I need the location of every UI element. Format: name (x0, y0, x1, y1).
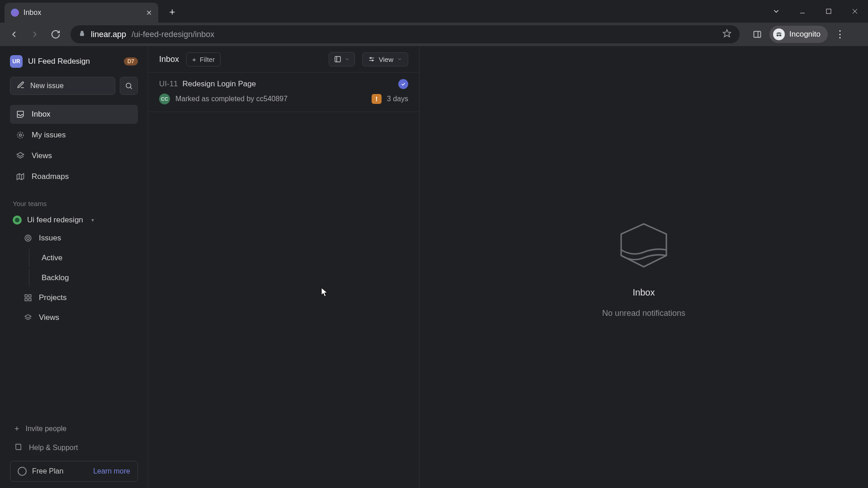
empty-title: Inbox (633, 287, 655, 298)
help-label: Help & Support (29, 444, 78, 452)
map-icon (15, 172, 25, 182)
sidebar-item-label: Roadmaps (32, 172, 69, 181)
notification-item[interactable]: UI-11 Redesign Login Page CC Marked as c… (148, 72, 419, 112)
inbox-list-panel: Inbox + Filter View UI-11 (148, 46, 420, 488)
priority-urgent-icon: ! (372, 94, 382, 104)
browser-tab[interactable]: Inbox ✕ (5, 3, 158, 23)
incognito-label: Incognito (789, 30, 821, 39)
svg-point-20 (27, 237, 29, 239)
user-avatar: CC (159, 94, 170, 104)
page-title: Inbox (159, 55, 179, 64)
tab-search-button[interactable] (763, 0, 789, 23)
view-options-button[interactable]: View (362, 52, 408, 66)
svg-line-12 (130, 87, 132, 89)
browser-menu-button[interactable]: ⋮ (831, 26, 849, 43)
browser-reload-button[interactable] (47, 26, 64, 43)
url-path: /ui-feed-redesign/inbox (132, 30, 214, 39)
team-nav-label: Backlog (42, 273, 69, 282)
plan-info: Free Plan Learn more (10, 461, 138, 482)
window-maximize-button[interactable] (816, 0, 842, 23)
sidebar-item-views[interactable]: Views (10, 146, 138, 165)
browser-omnibox[interactable]: linear.app/ui-feed-redesign/inbox (71, 25, 740, 43)
close-tab-icon[interactable]: ✕ (146, 9, 152, 17)
browser-tab-strip: Inbox ✕ + (0, 0, 868, 23)
svg-point-11 (126, 83, 131, 88)
team-nav-views[interactable]: Views (10, 309, 138, 327)
svg-point-18 (15, 218, 19, 222)
svg-rect-23 (25, 299, 27, 301)
help-support-button[interactable]: Help & Support (10, 439, 138, 456)
issue-id: UI-11 (159, 80, 178, 89)
svg-rect-6 (754, 31, 761, 37)
svg-point-19 (25, 235, 31, 241)
team-nav-label: Active (42, 253, 62, 263)
new-issue-button[interactable]: New issue (10, 77, 115, 95)
team-nav-label: Issues (39, 234, 61, 243)
team-nav-projects[interactable]: Projects (10, 289, 138, 307)
svg-rect-22 (29, 295, 31, 297)
notification-age: 3 days (387, 95, 408, 103)
sidebar: UR UI Feed Redesign D7 New issue (0, 46, 148, 488)
bookmark-star-icon[interactable] (722, 29, 731, 40)
side-panel-icon[interactable] (749, 26, 766, 43)
team-name: Ui feed redesign (27, 216, 83, 225)
chevron-down-icon (344, 56, 350, 62)
lock-icon (79, 30, 85, 39)
workspace-badge: UR (10, 55, 23, 68)
teams-section-label: Your teams (13, 200, 138, 207)
detail-panel: Inbox No unread notifications (420, 46, 868, 488)
target-icon (15, 130, 25, 140)
inbox-empty-icon (610, 216, 678, 277)
team-nav-active[interactable]: Active (10, 249, 138, 267)
svg-rect-1 (826, 9, 831, 14)
search-icon (125, 82, 133, 90)
team-nav-backlog[interactable]: Backlog (10, 269, 138, 287)
tab-title: Inbox (24, 9, 41, 17)
sidebar-item-roadmaps[interactable]: Roadmaps (10, 167, 138, 186)
invite-people-button[interactable]: + Invite people (10, 420, 138, 437)
chevron-down-icon: ▾ (91, 217, 94, 223)
display-mode-button[interactable] (329, 52, 355, 66)
team-color-icon (13, 216, 22, 225)
filter-label: Filter (200, 56, 215, 63)
sidebar-item-label: Views (32, 151, 52, 160)
svg-point-13 (17, 132, 23, 138)
browser-forward-button[interactable] (26, 26, 43, 43)
usage-ring-icon (18, 467, 27, 476)
filter-button[interactable]: + Filter (186, 52, 221, 66)
team-nav-label: Projects (39, 293, 66, 302)
workspace-switcher[interactable]: UR UI Feed Redesign D7 (10, 52, 138, 70)
linear-favicon-icon (11, 9, 19, 17)
chevron-down-icon (397, 56, 402, 62)
svg-marker-31 (321, 288, 327, 296)
notification-text: Marked as completed by cc540897 (175, 95, 366, 103)
status-done-icon (398, 79, 408, 89)
compose-icon (17, 81, 25, 91)
inbox-icon (15, 109, 25, 119)
team-nav-issues[interactable]: Issues (10, 229, 138, 247)
window-minimize-button[interactable] (789, 0, 816, 23)
svg-point-8 (777, 34, 779, 37)
svg-point-14 (19, 134, 22, 136)
svg-marker-15 (17, 153, 24, 156)
sidebar-item-my-issues[interactable]: My issues (10, 126, 138, 145)
sidebar-item-inbox[interactable]: Inbox (10, 105, 138, 124)
issues-icon (24, 234, 33, 243)
window-close-button[interactable] (842, 0, 868, 23)
team-item[interactable]: Ui feed redesign ▾ (10, 213, 138, 227)
search-button[interactable] (120, 77, 138, 95)
new-issue-label: New issue (30, 82, 64, 90)
svg-rect-4 (80, 33, 84, 36)
workspace-name: UI Feed Redesign (28, 57, 90, 66)
learn-more-link[interactable]: Learn more (93, 467, 130, 475)
new-tab-button[interactable]: + (165, 5, 180, 20)
layers-icon (24, 313, 33, 322)
sliders-icon (368, 56, 375, 63)
incognito-indicator[interactable]: Incognito (769, 26, 828, 43)
browser-back-button[interactable] (5, 26, 23, 43)
book-icon (14, 443, 23, 453)
sidebar-item-label: Inbox (32, 110, 51, 119)
empty-subtitle: No unread notifications (602, 309, 685, 318)
plan-label: Free Plan (32, 467, 63, 475)
team-nav-label: Views (39, 313, 59, 322)
